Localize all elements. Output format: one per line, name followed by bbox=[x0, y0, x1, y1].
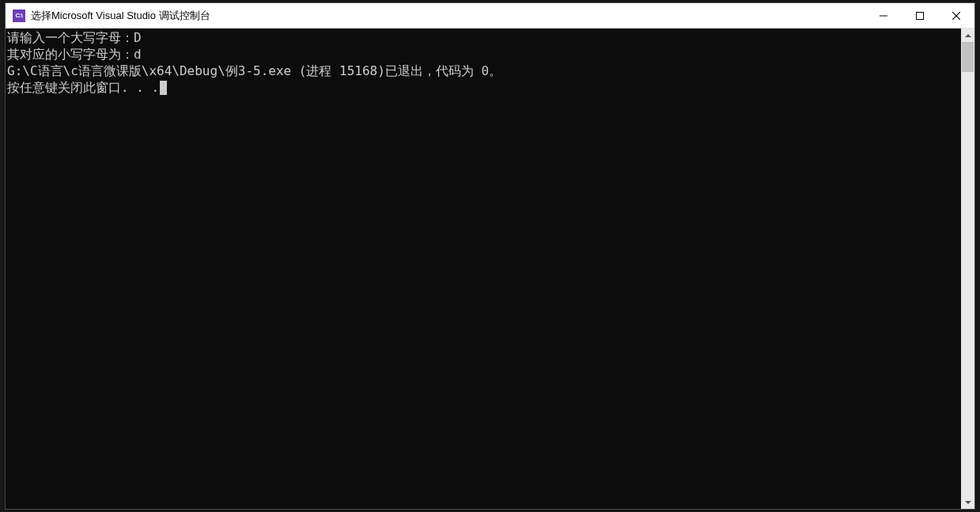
app-icon: C:\ bbox=[13, 9, 25, 22]
maximize-icon bbox=[916, 12, 924, 20]
chevron-up-icon bbox=[965, 32, 971, 39]
console-output[interactable]: 请输入一个大写字母：D其对应的小写字母为：dG:\C语言\c语言微课版\x64\… bbox=[6, 28, 961, 509]
titlebar[interactable]: C:\ 选择Microsoft Visual Studio 调试控制台 bbox=[6, 3, 974, 28]
console-line: 其对应的小写字母为：d bbox=[7, 46, 961, 63]
maximize-button[interactable] bbox=[902, 3, 938, 28]
close-button[interactable] bbox=[938, 3, 974, 28]
console-line: 按任意键关闭此窗口. . . bbox=[7, 79, 961, 96]
console-line: 请输入一个大写字母：D bbox=[7, 29, 961, 46]
svg-rect-1 bbox=[917, 12, 924, 19]
console-window: C:\ 选择Microsoft Visual Studio 调试控制台 请输入一… bbox=[5, 2, 975, 510]
chevron-down-icon bbox=[965, 499, 971, 506]
console-line: G:\C语言\c语言微课版\x64\Debug\例3-5.exe (进程 151… bbox=[7, 63, 961, 79]
minimize-button[interactable] bbox=[865, 3, 902, 28]
window-title: 选择Microsoft Visual Studio 调试控制台 bbox=[31, 9, 865, 23]
scroll-up-button[interactable] bbox=[961, 28, 974, 42]
vertical-scrollbar[interactable] bbox=[961, 28, 974, 509]
window-body: 请输入一个大写字母：D其对应的小写字母为：dG:\C语言\c语言微课版\x64\… bbox=[6, 28, 974, 509]
text-cursor bbox=[160, 81, 167, 95]
console-text: 按任意键关闭此窗口. . . bbox=[7, 80, 159, 95]
window-controls bbox=[865, 3, 974, 28]
scroll-down-button[interactable] bbox=[961, 495, 974, 509]
close-icon bbox=[952, 12, 960, 20]
scroll-thumb[interactable] bbox=[962, 42, 974, 72]
minimize-icon bbox=[880, 12, 887, 20]
